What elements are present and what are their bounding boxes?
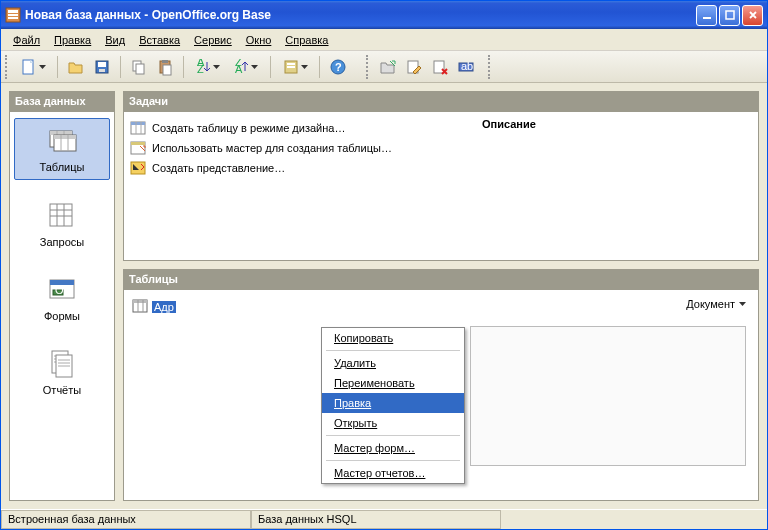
document-label: Документ	[686, 298, 735, 310]
sidebar-item-forms[interactable]: OK Формы	[14, 268, 110, 328]
task-create-view[interactable]: Создать представление…	[130, 158, 472, 178]
table-list-item[interactable]: Адр	[132, 298, 750, 316]
ctx-copy[interactable]: Копировать	[322, 328, 464, 348]
ctx-rename[interactable]: Переименовать	[322, 373, 464, 393]
task-create-table-design[interactable]: Создать таблицу в режиме дизайна…	[130, 118, 472, 138]
context-menu: Копировать Удалить Переименовать Правка …	[321, 327, 465, 484]
toolbar-grip-2[interactable]	[366, 55, 370, 79]
statusbar: Встроенная база данных База данных HSQL	[1, 509, 767, 529]
ctx-open[interactable]: Открыть	[322, 413, 464, 433]
svg-rect-21	[287, 66, 295, 68]
task-label: Создать представление…	[152, 162, 285, 174]
form-button[interactable]	[277, 55, 313, 79]
sidebar-header: База данных	[9, 91, 115, 111]
sort-asc-button[interactable]: AZ	[190, 55, 226, 79]
svg-rect-36	[50, 204, 72, 226]
svg-rect-61	[133, 300, 147, 303]
toolbar-grip-3[interactable]	[488, 55, 492, 79]
svg-rect-54	[131, 122, 145, 125]
reports-icon	[46, 348, 78, 380]
status-db-type: Встроенная база данных	[1, 510, 251, 529]
task-label: Использовать мастер для создания таблицы…	[152, 142, 392, 154]
svg-text:?: ?	[335, 61, 342, 73]
app-window: Новая база данных - OpenOffice.org Base …	[0, 0, 768, 530]
table-icon	[132, 298, 148, 316]
menu-help[interactable]: Справка	[279, 32, 334, 48]
open-button[interactable]	[64, 55, 88, 79]
svg-text:ab: ab	[461, 60, 473, 72]
task-view-icon	[130, 160, 146, 176]
maximize-button[interactable]	[719, 5, 740, 26]
menu-file[interactable]: Файл	[7, 32, 46, 48]
tasks-header: Задачи	[123, 91, 759, 111]
tool-rename-object[interactable]: ab	[454, 55, 478, 79]
svg-text:A: A	[235, 63, 243, 75]
copy-button[interactable]	[127, 55, 151, 79]
queries-icon	[46, 200, 78, 232]
svg-rect-9	[99, 69, 105, 72]
description-column: Описание	[472, 118, 752, 254]
table-name-selected: Адр	[152, 301, 176, 313]
svg-rect-1	[8, 10, 18, 13]
tool-delete-object[interactable]	[428, 55, 452, 79]
preview-area	[470, 326, 746, 466]
svg-rect-20	[287, 63, 295, 65]
svg-rect-11	[136, 64, 144, 74]
menu-insert[interactable]: Вставка	[133, 32, 186, 48]
minimize-button[interactable]	[696, 5, 717, 26]
ctx-report-wizard[interactable]: Мастер отчетов…	[322, 463, 464, 483]
sidebar: База данных Таблицы Запросы OK Формы Отч…	[9, 91, 115, 501]
svg-rect-29	[50, 131, 72, 135]
tool-edit-object[interactable]	[402, 55, 426, 79]
ctx-edit[interactable]: Правка	[322, 393, 464, 413]
paste-button[interactable]	[153, 55, 177, 79]
sort-desc-button[interactable]: ZA	[228, 55, 264, 79]
svg-rect-8	[98, 62, 106, 67]
svg-rect-14	[163, 65, 171, 75]
svg-rect-3	[8, 17, 18, 19]
close-button[interactable]	[742, 5, 763, 26]
titlebar: Новая база данных - OpenOffice.org Base	[1, 1, 767, 29]
svg-rect-25	[434, 61, 444, 73]
task-create-table-wizard[interactable]: Использовать мастер для создания таблицы…	[130, 138, 472, 158]
forms-icon: OK	[46, 274, 78, 306]
svg-text:Z: Z	[197, 63, 204, 75]
menubar: Файл Правка Вид Вставка Сервис Окно Спра…	[1, 29, 767, 51]
ctx-delete[interactable]: Удалить	[322, 353, 464, 373]
status-db-engine: База данных HSQL	[251, 510, 501, 529]
svg-rect-33	[54, 135, 76, 139]
menu-view[interactable]: Вид	[99, 32, 131, 48]
sidebar-label-queries: Запросы	[40, 236, 84, 248]
sidebar-item-reports[interactable]: Отчёты	[14, 342, 110, 402]
menu-window[interactable]: Окно	[240, 32, 278, 48]
task-label: Создать таблицу в режиме дизайна…	[152, 122, 345, 134]
task-wizard-icon	[130, 140, 146, 156]
svg-text:OK: OK	[55, 284, 72, 296]
tables-header: Таблицы	[123, 269, 759, 289]
task-design-icon	[130, 120, 146, 136]
ctx-form-wizard[interactable]: Мастер форм…	[322, 438, 464, 458]
tool-open-object[interactable]	[376, 55, 400, 79]
sidebar-item-queries[interactable]: Запросы	[14, 194, 110, 254]
sidebar-label-tables: Таблицы	[40, 161, 85, 173]
sidebar-label-forms: Формы	[44, 310, 80, 322]
menu-tools[interactable]: Сервис	[188, 32, 238, 48]
svg-rect-4	[703, 17, 711, 19]
tables-icon	[46, 125, 78, 157]
sidebar-item-tables[interactable]: Таблицы	[14, 118, 110, 180]
toolbar: AZ ZA ? ab	[1, 51, 767, 83]
window-title: Новая база данных - OpenOffice.org Base	[25, 8, 696, 22]
toolbar-grip[interactable]	[5, 55, 9, 79]
app-icon	[5, 7, 21, 23]
save-button[interactable]	[90, 55, 114, 79]
svg-rect-58	[131, 142, 145, 145]
svg-rect-5	[726, 11, 734, 19]
description-title: Описание	[482, 118, 752, 130]
new-button[interactable]	[15, 55, 51, 79]
document-view-dropdown[interactable]: Документ	[686, 298, 746, 310]
menu-edit[interactable]: Правка	[48, 32, 97, 48]
dropdown-arrow-icon	[739, 302, 746, 306]
svg-rect-13	[162, 60, 168, 63]
help-button[interactable]: ?	[326, 55, 350, 79]
tasks-panel: Задачи Создать таблицу в режиме дизайна……	[123, 91, 759, 261]
